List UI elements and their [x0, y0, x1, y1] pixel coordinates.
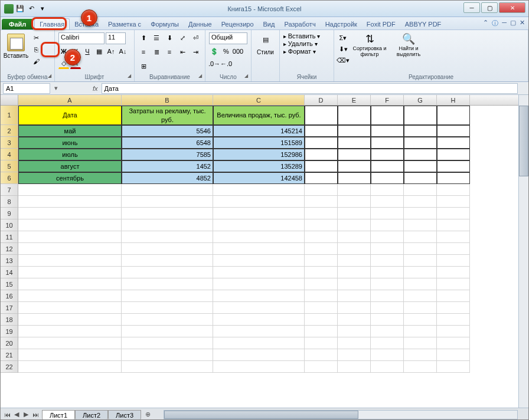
- cell[interactable]: [437, 160, 470, 172]
- cell-a6[interactable]: сентябрь: [18, 172, 122, 184]
- row-header-17[interactable]: 17: [1, 302, 18, 314]
- cell-b1[interactable]: Затраты на рекламу, тыс. руб.: [122, 106, 213, 125]
- tab-file[interactable]: Файл: [2, 19, 33, 29]
- sheet-nav-prev[interactable]: ◀: [12, 411, 21, 419]
- number-format-select[interactable]: Общий: [209, 32, 247, 44]
- cell[interactable]: [305, 302, 338, 314]
- cell[interactable]: [338, 208, 371, 219]
- cell[interactable]: [338, 314, 371, 326]
- cell[interactable]: [305, 172, 338, 184]
- cell[interactable]: [213, 278, 305, 290]
- new-sheet-button[interactable]: ⊕: [143, 411, 152, 419]
- cell[interactable]: [305, 255, 338, 267]
- cell[interactable]: [371, 149, 404, 160]
- cell[interactable]: [371, 278, 404, 290]
- comma-button[interactable]: 000: [233, 46, 243, 57]
- cell[interactable]: [404, 125, 437, 137]
- close-button[interactable]: ✕: [499, 2, 525, 13]
- cell[interactable]: [338, 243, 371, 255]
- cell[interactable]: [18, 314, 122, 326]
- minimize-ribbon-icon[interactable]: ⌃: [483, 19, 488, 28]
- align-right-button[interactable]: ≡: [164, 47, 175, 57]
- cell[interactable]: [338, 219, 371, 231]
- cell[interactable]: [305, 231, 338, 243]
- cell[interactable]: [437, 267, 470, 278]
- cell[interactable]: [371, 267, 404, 278]
- cell[interactable]: [305, 278, 338, 290]
- cell[interactable]: [305, 160, 338, 172]
- inner-close-icon[interactable]: ✕: [520, 19, 525, 28]
- cell[interactable]: [338, 106, 371, 125]
- cell[interactable]: [404, 349, 437, 361]
- col-header-a[interactable]: A: [18, 95, 122, 105]
- cell[interactable]: [305, 314, 338, 326]
- cell[interactable]: [213, 255, 305, 267]
- cell[interactable]: [437, 219, 470, 231]
- row-header-7[interactable]: 7: [1, 184, 18, 196]
- cell[interactable]: [18, 361, 122, 373]
- cell-a1[interactable]: Дата: [18, 106, 122, 125]
- alignment-launcher[interactable]: ◢: [197, 73, 204, 80]
- align-left-button[interactable]: ≡: [138, 47, 149, 57]
- cell[interactable]: [371, 255, 404, 267]
- cell[interactable]: [371, 125, 404, 137]
- horizontal-scrollbar[interactable]: [164, 410, 518, 419]
- cell[interactable]: [338, 326, 371, 337]
- cell[interactable]: [404, 231, 437, 243]
- cell[interactable]: [18, 208, 122, 219]
- cell[interactable]: [437, 125, 470, 137]
- cell[interactable]: [18, 349, 122, 361]
- cell-c5[interactable]: 135289: [213, 160, 305, 172]
- insert-cells-button[interactable]: ▸ Вставить ▾: [283, 32, 330, 40]
- cell[interactable]: [338, 349, 371, 361]
- cell[interactable]: [305, 149, 338, 160]
- autosum-button[interactable]: Σ▾: [338, 32, 348, 43]
- cell[interactable]: [371, 326, 404, 337]
- cell[interactable]: [437, 361, 470, 373]
- cell-b6[interactable]: 4852: [122, 172, 213, 184]
- cell[interactable]: [404, 278, 437, 290]
- increase-font-button[interactable]: A↑: [106, 46, 116, 57]
- cell[interactable]: [122, 255, 213, 267]
- cell[interactable]: [371, 160, 404, 172]
- col-header-g[interactable]: G: [404, 95, 437, 105]
- cell[interactable]: [404, 208, 437, 219]
- row-header-20[interactable]: 20: [1, 337, 18, 349]
- decrease-decimal-button[interactable]: ←.0: [221, 58, 231, 69]
- cell-a2[interactable]: май: [18, 125, 122, 137]
- cell[interactable]: [437, 137, 470, 149]
- cell[interactable]: [371, 337, 404, 349]
- merge-button[interactable]: ⊞: [138, 61, 149, 71]
- cell[interactable]: [213, 231, 305, 243]
- cell[interactable]: [338, 149, 371, 160]
- cell-b4[interactable]: 7585: [122, 149, 213, 160]
- cell[interactable]: [371, 302, 404, 314]
- cell-b5[interactable]: 1452: [122, 160, 213, 172]
- cell[interactable]: [371, 184, 404, 196]
- tab-review[interactable]: Рецензиро: [217, 19, 259, 29]
- row-header-11[interactable]: 11: [1, 231, 18, 243]
- row-header-8[interactable]: 8: [1, 196, 18, 208]
- row-header-13[interactable]: 13: [1, 255, 18, 267]
- sheet-nav-first[interactable]: ⏮: [3, 411, 11, 419]
- col-header-e[interactable]: E: [338, 95, 371, 105]
- cell[interactable]: [122, 290, 213, 302]
- cell[interactable]: [404, 302, 437, 314]
- row-header-16[interactable]: 16: [1, 290, 18, 302]
- cell[interactable]: [404, 267, 437, 278]
- cell[interactable]: [122, 326, 213, 337]
- cell[interactable]: [338, 231, 371, 243]
- cell[interactable]: [404, 149, 437, 160]
- col-header-b[interactable]: B: [122, 95, 213, 105]
- cell[interactable]: [437, 106, 470, 125]
- cell[interactable]: [371, 219, 404, 231]
- cell[interactable]: [338, 278, 371, 290]
- increase-decimal-button[interactable]: .0→: [209, 58, 220, 69]
- row-header-18[interactable]: 18: [1, 314, 18, 326]
- row-header-1[interactable]: 1: [1, 106, 18, 125]
- undo-icon[interactable]: ↶: [27, 4, 36, 14]
- border-button[interactable]: ▦: [94, 46, 105, 57]
- find-select-button[interactable]: 🔍 Найти и выделить: [391, 32, 426, 73]
- cell[interactable]: [122, 361, 213, 373]
- cell-a3[interactable]: июнь: [18, 137, 122, 149]
